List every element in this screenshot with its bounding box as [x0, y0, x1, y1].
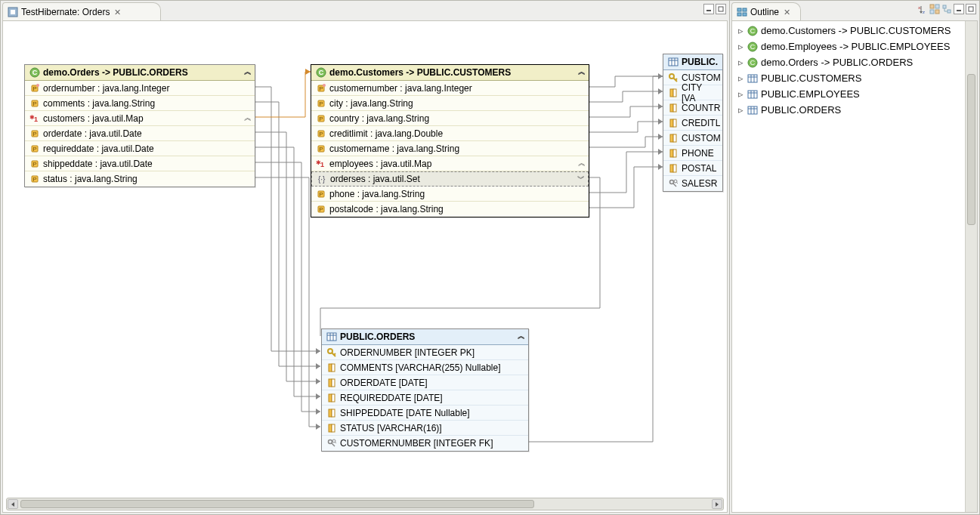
- svg-text:P: P: [319, 191, 323, 198]
- entity-row[interactable]: Pcustomernumber : java.lang.Integer: [311, 81, 589, 96]
- entity-row[interactable]: SHIPPEDDATE [DATE Nullable]: [322, 406, 528, 421]
- entity-row-label: customernumber : java.lang.Integer: [329, 83, 472, 94]
- outline-item[interactable]: ▹Cdemo.Employees -> PUBLIC.EMPLOYEES: [732, 39, 977, 54]
- entity-row[interactable]: {·}orderses : java.util.Set︾: [311, 171, 589, 187]
- entity-row[interactable]: Porderdate : java.util.Date: [25, 126, 255, 141]
- entity-row-label: COMMENTS [VARCHAR(255) Nullable]: [340, 362, 501, 373]
- outline-item[interactable]: ▹PUBLIC.EMPLOYEES: [732, 86, 977, 102]
- chevron-down-icon[interactable]: ︾: [577, 174, 585, 184]
- svg-marker-6: [316, 378, 320, 384]
- entity-row[interactable]: Pshippeddate : java.util.Date: [25, 156, 255, 171]
- entity-row[interactable]: CITY [VA: [663, 85, 722, 100]
- entity-title[interactable]: C demo.Customers -> PUBLIC.CUSTOMERS ︽: [311, 65, 589, 81]
- scroll-right-button[interactable]: [712, 499, 722, 509]
- tree-expand-icon[interactable]: ▹: [737, 104, 744, 116]
- entity-title[interactable]: PUBLIC.: [663, 54, 722, 70]
- vertical-scrollbar[interactable]: [965, 21, 977, 512]
- minimize-button[interactable]: [954, 4, 964, 14]
- tree-expand-icon[interactable]: ▹: [737, 88, 744, 100]
- entity-row-label: comments : java.lang.String: [43, 98, 155, 109]
- horizontal-scrollbar[interactable]: [6, 498, 724, 510]
- entity-row[interactable]: ✱1employees : java.util.Map︽: [311, 156, 589, 171]
- expand-button[interactable]: [929, 4, 940, 14]
- editor-tab-orders[interactable]: TestHibernate: Orders ✕: [2, 2, 161, 20]
- entity-title[interactable]: C demo.Orders -> PUBLIC.ORDERS ︽: [25, 65, 255, 81]
- prop-icon: P: [29, 98, 40, 109]
- entity-row[interactable]: Pcomments : java.lang.String: [25, 96, 255, 111]
- tree-expand-icon[interactable]: ▹: [737, 72, 744, 84]
- entity-row[interactable]: Pcreditlimit : java.lang.Double: [311, 126, 589, 141]
- scroll-left-button[interactable]: [8, 499, 18, 509]
- assoc-icon: ✱1: [316, 159, 326, 169]
- outline-tree[interactable]: ▹Cdemo.Customers -> PUBLIC.CUSTOMERS▹Cde…: [731, 20, 978, 513]
- entity-row[interactable]: Pordernumber : java.lang.Integer: [25, 81, 255, 96]
- minimize-button[interactable]: [703, 4, 714, 14]
- scrollbar-thumb[interactable]: [967, 74, 975, 225]
- maximize-button[interactable]: [716, 4, 726, 14]
- close-icon[interactable]: ✕: [113, 8, 122, 17]
- entity-row[interactable]: ORDERDATE [DATE]: [322, 375, 528, 390]
- entity-row[interactable]: PHONE: [663, 146, 722, 161]
- chevron-up-icon[interactable]: ︽: [244, 66, 252, 77]
- col-icon: [326, 408, 337, 418]
- chevron-up-icon[interactable]: ︽: [578, 66, 586, 77]
- chevron-up-icon[interactable]: ︽: [518, 331, 525, 341]
- entity-demo-orders[interactable]: C demo.Orders -> PUBLIC.ORDERS ︽ Pordern…: [24, 64, 255, 187]
- close-icon[interactable]: ✕: [782, 8, 792, 17]
- entity-row[interactable]: CREDITL: [663, 116, 722, 131]
- scrollbar-thumb[interactable]: [20, 500, 534, 508]
- svg-rect-69: [673, 134, 676, 142]
- entity-public-customers[interactable]: PUBLIC. CUSTOMCITY [VACOUNTRCREDITLCUSTO…: [663, 54, 723, 192]
- outline-item[interactable]: ▹Cdemo.Customers -> PUBLIC.CUSTOMERS: [732, 23, 977, 39]
- tree-expand-icon[interactable]: ▹: [737, 25, 744, 36]
- set-icon: {·}: [317, 174, 327, 184]
- outline-tab[interactable]: Outline ✕: [731, 2, 801, 20]
- assoc-icon: ✱1: [29, 113, 40, 124]
- outline-item[interactable]: ▹Cdemo.Orders -> PUBLIC.ORDERS: [732, 54, 977, 70]
- entity-row[interactable]: Pcustomername : java.lang.String: [311, 141, 589, 156]
- tree-view-button[interactable]: [941, 4, 952, 14]
- entity-row[interactable]: COUNTR: [663, 100, 722, 116]
- entity-row[interactable]: POSTAL: [663, 161, 722, 176]
- entity-row[interactable]: Prequireddate : java.util.Date: [25, 141, 255, 156]
- entity-title-text: PUBLIC.: [682, 57, 718, 67]
- entity-row[interactable]: ORDERNUMBER [INTEGER PK]: [322, 345, 528, 360]
- outline-item-label: demo.Customers -> PUBLIC.CUSTOMERS: [761, 25, 951, 36]
- entity-row[interactable]: SALESR: [663, 176, 722, 191]
- entity-row[interactable]: REQUIREDDATE [DATE]: [322, 390, 528, 406]
- entity-public-orders[interactable]: PUBLIC.ORDERS ︽ ORDERNUMBER [INTEGER PK]…: [321, 328, 529, 452]
- entity-row[interactable]: Pcountry : java.lang.String: [311, 111, 589, 126]
- entity-row[interactable]: Pphone : java.lang.String: [311, 187, 589, 202]
- chevron-up-icon[interactable]: ︽: [244, 113, 252, 123]
- outline-item-label: PUBLIC.ORDERS: [761, 104, 841, 116]
- pk-icon: [668, 72, 679, 83]
- tree-expand-icon[interactable]: ▹: [737, 57, 744, 68]
- chevron-up-icon[interactable]: ︽: [578, 158, 586, 168]
- entity-row[interactable]: STATUS [VARCHAR(16)]: [322, 421, 528, 436]
- outline-item[interactable]: ▹PUBLIC.CUSTOMERS: [732, 70, 977, 86]
- svg-rect-65: [673, 104, 676, 112]
- class-icon: C: [747, 42, 758, 52]
- svg-marker-9: [316, 424, 320, 430]
- outline-item-label: PUBLIC.CUSTOMERS: [761, 72, 861, 84]
- entity-row[interactable]: COMMENTS [VARCHAR(255) Nullable]: [322, 360, 528, 375]
- entity-row[interactable]: Pstatus : java.lang.String: [25, 171, 255, 187]
- svg-rect-113: [943, 5, 946, 8]
- entity-demo-customers[interactable]: C demo.Customers -> PUBLIC.CUSTOMERS ︽ P…: [311, 64, 589, 217]
- entity-row[interactable]: CUSTOM: [663, 131, 722, 146]
- svg-rect-110: [935, 5, 939, 8]
- entity-row[interactable]: ✱1customers : java.util.Map︽: [25, 111, 255, 126]
- entity-title-text: demo.Orders -> PUBLIC.ORDERS: [43, 67, 188, 78]
- svg-text:P: P: [32, 176, 36, 183]
- prop-icon: P: [316, 204, 326, 214]
- outline-item[interactable]: ▹PUBLIC.ORDERS: [732, 102, 977, 118]
- prop-icon: P: [29, 174, 40, 184]
- diagram-canvas[interactable]: C demo.Orders -> PUBLIC.ORDERS ︽ Pordern…: [2, 20, 728, 513]
- sort-az-button[interactable]: az: [917, 4, 928, 14]
- entity-row[interactable]: Ppostalcode : java.lang.String: [311, 202, 589, 217]
- entity-row[interactable]: CUSTOMERNUMBER [INTEGER FK]: [322, 436, 528, 451]
- entity-title[interactable]: PUBLIC.ORDERS ︽: [322, 329, 528, 345]
- tree-expand-icon[interactable]: ▹: [737, 41, 744, 52]
- entity-row[interactable]: Pcity : java.lang.String: [311, 96, 589, 111]
- maximize-button[interactable]: [966, 4, 976, 14]
